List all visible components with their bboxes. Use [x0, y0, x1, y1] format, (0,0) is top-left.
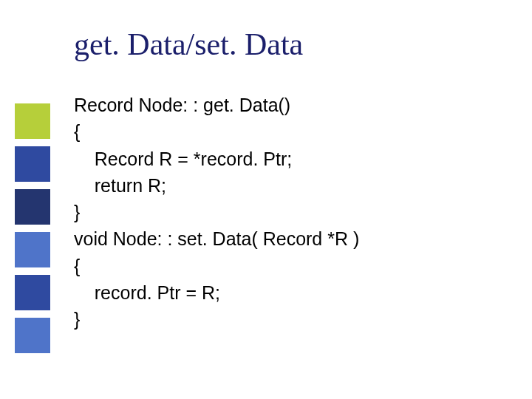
- sidebar-block: [15, 318, 50, 353]
- sidebar-block: [15, 232, 50, 267]
- code-block: Record Node: : get. Data() { Record R = …: [74, 92, 502, 332]
- slide-content: get. Data/set. Data Record Node: : get. …: [74, 27, 502, 332]
- slide-title: get. Data/set. Data: [74, 27, 502, 62]
- sidebar-block: [15, 146, 50, 182]
- sidebar-block: [15, 103, 50, 139]
- sidebar-block: [15, 275, 50, 310]
- sidebar-block: [15, 189, 50, 225]
- decorative-sidebar: [15, 103, 50, 361]
